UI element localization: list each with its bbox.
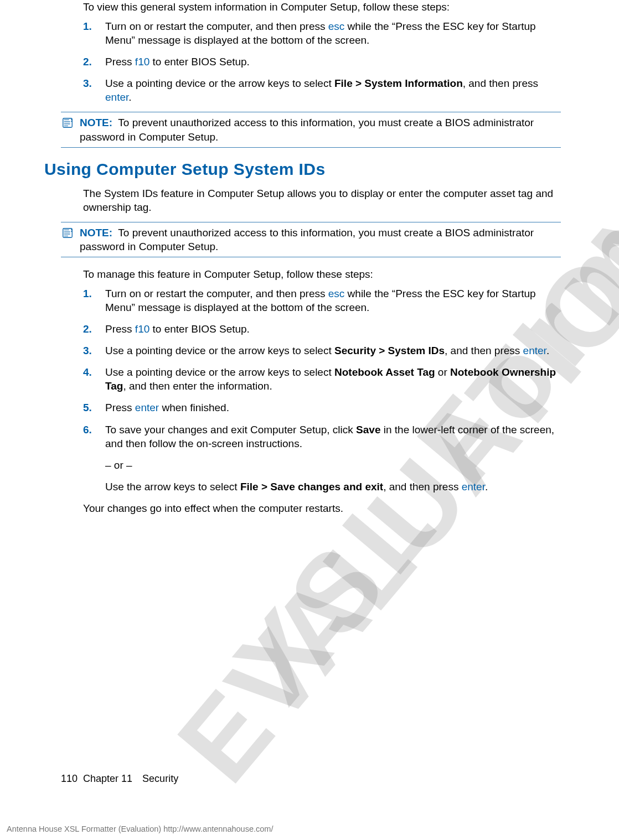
step-number: 1. [83,287,92,300]
step-text: , and then press [463,77,538,89]
key-enter: enter [105,91,128,103]
chapter-label: Chapter 11 Security [83,773,178,784]
list-item: 1. Turn on or restart the computer, and … [83,19,561,47]
step-text: to enter BIOS Setup. [149,323,250,335]
key-esc: esc [328,20,345,32]
list-item: 1. Turn on or restart the computer, and … [83,287,561,314]
note-body: NOTE: To prevent unauthorized access to … [80,226,561,253]
note-box: NOTE: To prevent unauthorized access to … [61,222,561,257]
step-number: 1. [83,19,92,33]
steps-list-a: 1. Turn on or restart the computer, and … [83,19,561,104]
step-number: 2. [83,322,92,336]
list-item: 2. Press f10 to enter BIOS Setup. [83,322,561,336]
key-enter: enter [135,402,159,413]
paragraph-intro: To view this general system information … [83,0,561,14]
list-item: 4. Use a pointing device or the arrow ke… [83,365,561,393]
step-text: , and then press [445,345,523,356]
svg-point-4 [71,229,72,230]
step-text: Use a pointing device or the arrow keys … [105,77,334,89]
step-text: Turn on or restart the computer, and the… [105,20,328,32]
step-text: , and then enter the information. [123,380,272,392]
step-text: to enter BIOS Setup. [149,56,250,68]
page-number: 110 [61,773,78,784]
list-item: 5. Press enter when finished. [83,401,561,414]
or-separator: – or – [105,458,561,472]
key-enter: enter [523,345,546,356]
key-esc: esc [328,288,345,299]
paragraph: Your changes go into effect when the com… [83,501,561,515]
step-text: when finished. [159,402,229,413]
list-item: 3. Use a pointing device or the arrow ke… [83,344,561,357]
step-number: 5. [83,401,92,414]
step-text: , and then press [383,481,462,492]
step-number: 2. [83,55,92,69]
step-text: . [128,91,131,103]
steps-list-b: 1. Turn on or restart the computer, and … [83,287,561,494]
list-item: 2. Press f10 to enter BIOS Setup. [83,55,561,69]
step-text: or [435,366,450,378]
svg-point-5 [71,231,72,232]
menu-path: File > System Information [334,77,463,89]
menu-path: Security > System IDs [334,345,445,356]
alt-step: Use the arrow keys to select File > Save… [105,480,561,494]
step-number: 6. [83,423,92,437]
note-text: To prevent unauthorized access to this i… [80,227,534,252]
step-text: Turn on or restart the computer, and the… [105,288,328,299]
key-f10: f10 [135,56,149,68]
note-label: NOTE: [80,117,112,128]
footer-chapter: 110Chapter 11 Security [61,773,178,785]
footer-eval: Antenna House XSL Formatter (Evaluation)… [7,825,273,833]
option-bold: Notebook Asset Tag [334,366,435,378]
menu-path: File > Save changes and exit [240,481,383,492]
paragraph: To manage this feature in Computer Setup… [83,267,561,281]
key-enter: enter [462,481,485,492]
step-text: Press [105,323,135,335]
note-box: NOTE: To prevent unauthorized access to … [61,112,561,147]
step-number: 4. [83,365,92,379]
list-item: 3. Use a pointing device or the arrow ke… [83,76,561,104]
svg-point-2 [71,121,72,122]
list-item: 6. To save your changes and exit Compute… [83,423,561,494]
svg-point-1 [71,119,72,120]
step-number: 3. [83,76,92,90]
step-text: Use the arrow keys to select [105,481,240,492]
note-text: To prevent unauthorized access to this i… [80,117,534,142]
note-body: NOTE: To prevent unauthorized access to … [80,116,561,143]
step-text: Use a pointing device or the arrow keys … [105,345,334,356]
save-bold: Save [356,424,380,435]
step-text: To save your changes and exit Computer S… [105,424,356,435]
section-heading: Using Computer Setup System IDs [44,160,561,179]
step-text: . [546,345,549,356]
step-text: Press [105,56,135,68]
step-text: . [485,481,488,492]
paragraph: The System IDs feature in Computer Setup… [83,186,561,214]
step-number: 3. [83,344,92,357]
note-icon [61,227,74,239]
key-f10: f10 [135,323,149,335]
step-text: Press [105,402,135,413]
note-icon [61,117,74,129]
step-text: Use a pointing device or the arrow keys … [105,366,334,378]
note-label: NOTE: [80,227,112,238]
